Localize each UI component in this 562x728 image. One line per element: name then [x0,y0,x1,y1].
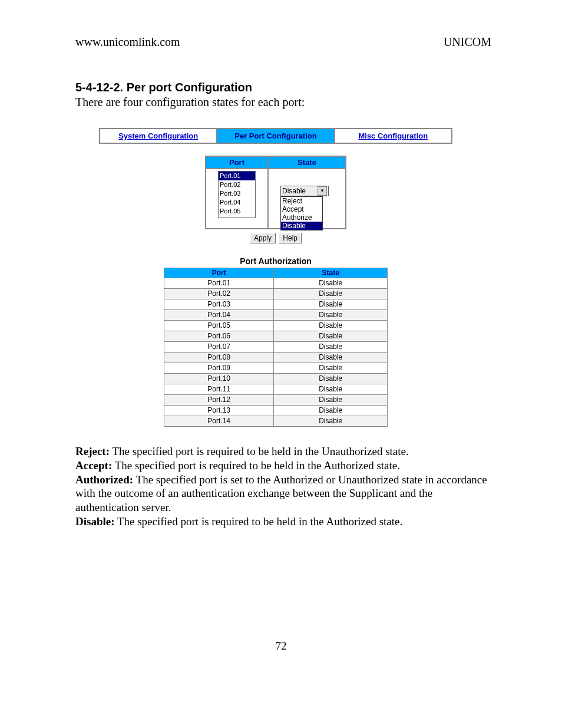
table-row: Port.06Disable [164,331,388,342]
auth-port-cell: Port.09 [164,363,274,374]
apply-button[interactable]: Apply [250,233,276,243]
table-row: Port.12Disable [164,395,388,406]
state-opt-reject[interactable]: Reject [281,197,322,205]
table-row: Port.08Disable [164,353,388,363]
definitions-block: Reject: The specified port is required t… [75,444,491,529]
auth-state-cell: Disable [274,406,388,416]
auth-state-cell: Disable [274,278,388,289]
auth-port-cell: Port.03 [164,299,274,310]
auth-port-cell: Port.14 [164,416,274,427]
auth-port-cell: Port.07 [164,342,274,353]
auth-port-cell: Port.04 [164,310,274,321]
table-row: Port.13Disable [164,406,388,416]
def-disable-text: The specified port is required to be hel… [115,515,403,528]
list-item[interactable]: Port.04 [219,198,255,207]
nav-misc-config[interactable]: Misc Configuration [335,129,452,144]
port-auth-title: Port Authorization [99,256,452,266]
table-row: Port.07Disable [164,342,388,353]
list-item[interactable]: Port.02 [219,180,255,189]
config-selection-table: Port State Port.01 Port.02 Port.03 Port.… [205,156,346,229]
auth-port-cell: Port.13 [164,406,274,416]
state-select[interactable]: Disable ▼ [280,186,329,196]
table-row: Port.01Disable [164,278,388,289]
page-number: 72 [0,640,562,653]
table-row: Port.10Disable [164,374,388,384]
nav-system-config[interactable]: System Configuration [100,129,217,144]
state-opt-disable[interactable]: Disable [281,222,322,230]
port-auth-table: Port State Port.01DisablePort.02DisableP… [164,268,388,427]
auth-state-cell: Disable [274,353,388,363]
auth-port-cell: Port.11 [164,384,274,395]
col-port: Port [206,156,268,169]
def-accept-label: Accept: [75,459,112,472]
col-state: State [268,156,346,169]
table-row: Port.14Disable [164,416,388,427]
auth-state-cell: Disable [274,416,388,427]
table-row: Port.09Disable [164,363,388,374]
table-row: Port.02Disable [164,289,388,299]
help-button[interactable]: Help [279,233,302,243]
auth-port-cell: Port.08 [164,353,274,363]
auth-state-cell: Disable [274,384,388,395]
auth-port-cell: Port.02 [164,289,274,299]
section-intro: There are four configuration states for … [75,95,491,109]
auth-state-cell: Disable [274,342,388,353]
auth-state-cell: Disable [274,289,388,299]
list-item[interactable]: Port.05 [219,207,255,216]
config-navbar: System Configuration Per Port Configurat… [99,128,452,144]
header-left: www.unicomlink.com [75,35,180,49]
table-row: Port.03Disable [164,299,388,310]
table-row: Port.04Disable [164,310,388,321]
auth-port-cell: Port.05 [164,321,274,331]
list-item[interactable]: Port.03 [219,189,255,198]
chevron-down-icon[interactable]: ▼ [318,186,327,196]
nav-per-port-config[interactable]: Per Port Configuration [217,129,335,144]
auth-port-cell: Port.06 [164,331,274,342]
auth-port-cell: Port.01 [164,278,274,289]
auth-port-cell: Port.10 [164,374,274,384]
auth-state-cell: Disable [274,331,388,342]
state-opt-accept[interactable]: Accept [281,205,322,213]
list-item[interactable]: Port.01 [219,172,255,180]
auth-col-port: Port [164,268,274,278]
def-authorized-label: Authorized: [75,473,133,486]
auth-state-cell: Disable [274,299,388,310]
state-dropdown-options[interactable]: Reject Accept Authorize Disable [280,196,323,230]
header-right: UNICOM [444,35,491,49]
def-reject-text: The specified port is required to be hel… [110,445,409,457]
auth-port-cell: Port.12 [164,395,274,406]
auth-state-cell: Disable [274,374,388,384]
def-authorized-text: The specified port is set to the Authori… [75,473,487,514]
config-screenshot: System Configuration Per Port Configurat… [99,128,452,427]
table-row: Port.11Disable [164,384,388,395]
def-accept-text: The specified port is required to be hel… [112,459,400,472]
state-select-value: Disable [282,187,306,195]
auth-state-cell: Disable [274,321,388,331]
def-reject-label: Reject: [75,445,110,457]
auth-state-cell: Disable [274,310,388,321]
state-opt-authorize[interactable]: Authorize [281,213,322,222]
auth-state-cell: Disable [274,395,388,406]
def-disable-label: Disable: [75,515,115,528]
auth-col-state: State [274,268,388,278]
section-title: 5-4-12-2. Per port Configuration [75,81,491,94]
port-select-list[interactable]: Port.01 Port.02 Port.03 Port.04 Port.05 [218,171,256,218]
table-row: Port.05Disable [164,321,388,331]
auth-state-cell: Disable [274,363,388,374]
